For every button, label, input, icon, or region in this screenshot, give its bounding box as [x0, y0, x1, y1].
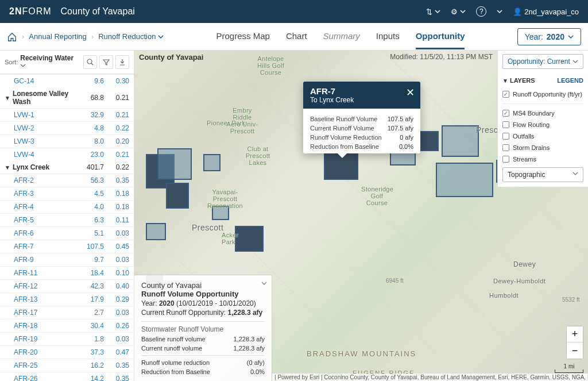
catchment-item[interactable]: AFR-56.30.11: [0, 213, 134, 226]
crumb-annual[interactable]: Annual Reporting: [29, 32, 86, 41]
catchment-item[interactable]: AFR-65.10.03: [0, 226, 134, 240]
map-label: Stoneridge Golf Course: [361, 186, 393, 206]
crumb-runoff[interactable]: Runoff Reduction: [98, 32, 164, 41]
popup-subtitle: To Lynx Creek: [310, 96, 413, 104]
svg-point-0: [87, 59, 92, 64]
sort-label: Sort:: [5, 59, 18, 66]
popup-row: Reduction from Baseline0.0%: [310, 142, 413, 151]
popup-row: Current Runoff Volume107.5 afy: [310, 124, 413, 133]
info-title: Runoff Volume Opportunity: [141, 290, 265, 298]
map-label: Yavapai-Prescott Reservation: [202, 188, 248, 209]
catchment-group[interactable]: ▼Lonesome Valley Wash68.80.21: [0, 87, 134, 108]
chevron-right-icon: ›: [22, 32, 24, 41]
filter-icon[interactable]: [99, 55, 113, 69]
home-icon[interactable]: [7, 32, 17, 42]
catchment-item[interactable]: AFR-7107.50.45: [0, 240, 134, 253]
breadcrumb: › Annual Reporting › Runoff Reduction: [7, 32, 164, 42]
zoom-out-button[interactable]: −: [567, 342, 583, 359]
tab-progress-map[interactable]: Progress Map: [216, 24, 270, 49]
tab-summary[interactable]: Summary: [323, 24, 360, 49]
tab-chart[interactable]: Chart: [286, 24, 307, 49]
catchment-item[interactable]: AFR-2037.30.47: [0, 345, 134, 359]
zoom-control: + −: [566, 326, 583, 359]
map-label: 5532 ft: [562, 297, 580, 303]
map-label: Dewey-Humboldt: [493, 278, 546, 284]
layer-outfalls[interactable]: Outfalls: [498, 130, 588, 142]
map-label: Embry Riddle Aero Univ-Prescott: [225, 107, 260, 134]
map-label: BRADSHAW MOUNTAINS: [307, 349, 416, 358]
user-menu[interactable]: 👤 2nd_yavapai_co: [513, 7, 579, 16]
map[interactable]: Prescott Prescott Valley Dewey Dewey-Hum…: [134, 51, 588, 381]
help-icon[interactable]: ?: [476, 6, 486, 17]
layer-runoff-opportunity[interactable]: Runoff Opportunity (ft/yr): [498, 88, 588, 100]
popup-row: Runoff Volume Reduction0 afy: [310, 133, 413, 142]
feature-popup: AFR-7 To Lynx Creek ✕ Baseline Runoff Vo…: [303, 82, 420, 153]
map-label: Prescott: [192, 223, 223, 232]
map-label: Acker Park: [222, 232, 242, 245]
map-attribution: | Powered by Esri | Coconino County, Cou…: [272, 374, 588, 381]
tab-opportunity[interactable]: Opportunity: [416, 24, 465, 49]
popup-title: AFR-7: [310, 86, 413, 96]
layer-flow-routing[interactable]: Flow Routing: [498, 119, 588, 130]
layer-streams[interactable]: Streams: [498, 153, 588, 165]
download-icon[interactable]: [115, 55, 129, 69]
layer-storm-drains[interactable]: Storm Drains: [498, 142, 588, 153]
info-section: Stormwater Runoff Volume: [141, 321, 265, 333]
sort-select[interactable]: Receiving Water: [20, 54, 81, 70]
catchment-item[interactable]: AFR-191.80.03: [0, 332, 134, 345]
chevron-down-icon: [568, 34, 574, 40]
catchment-item[interactable]: AFR-2516.20.35: [0, 359, 134, 372]
catchment-item[interactable]: AFR-44.00.18: [0, 200, 134, 213]
gear-icon[interactable]: ⚙: [451, 7, 466, 16]
info-panel: County of Yavapai Runoff Volume Opportun…: [134, 275, 272, 381]
logo: 2NFORM: [9, 6, 52, 17]
basemap-select[interactable]: Topographic: [502, 167, 583, 182]
info-year: Year: 2020 (10/01/2019 - 10/01/2020): [141, 299, 265, 307]
catchment-item[interactable]: LVW-24.80.22: [0, 121, 134, 134]
info-stat: Baseline runoff volume1,228.3 afy: [141, 336, 265, 342]
legend-button[interactable]: LEGEND: [557, 77, 583, 84]
popup-row: Baseline Runoff Volume107.5 afy: [310, 114, 413, 124]
chevron-down-icon: [572, 59, 578, 64]
catchment-item[interactable]: GC-149.60.30: [0, 74, 134, 87]
catchment-item[interactable]: AFR-1317.90.29: [0, 293, 134, 306]
catchment-group[interactable]: ▼Lynx Creek401.70.22: [0, 161, 134, 174]
catchment-item[interactable]: AFR-256.30.35: [0, 174, 134, 187]
catchment-item[interactable]: AFR-2614.20.35: [0, 372, 134, 381]
info-stat: Reduction from Baseline0.0%: [141, 368, 265, 375]
catchment-item[interactable]: LVW-132.90.21: [0, 108, 134, 121]
catchment-item[interactable]: LVW-38.00.20: [0, 134, 134, 148]
close-icon[interactable]: ✕: [406, 86, 415, 99]
chevron-down-icon[interactable]: [261, 280, 267, 288]
app-header: 2NFORM County of Yavapai ⇅ ⚙ ? 👤 2nd_yav…: [0, 0, 588, 23]
chevron-down-icon: [572, 171, 578, 176]
layer-ms4-boundary[interactable]: MS4 Boundary: [498, 107, 588, 119]
sub-header: › Annual Reporting › Runoff Reduction Pr…: [0, 23, 588, 51]
opportunity-select[interactable]: Opportunity: Current: [502, 54, 583, 69]
info-current: Current Runoff Opportunity: 1,228.3 afy: [141, 309, 265, 317]
tab-inputs[interactable]: Inputs: [376, 24, 400, 49]
catchment-item[interactable]: AFR-1830.40.26: [0, 319, 134, 332]
sidebar: Sort: Receiving Water GC-149.60.30▼Lones…: [0, 51, 134, 381]
map-label: 6945 ft: [386, 278, 404, 284]
layers-panel: Opportunity: Current ▼ LAYERS LEGEND Run…: [497, 51, 588, 187]
map-label: Club at Prescott Lakes: [243, 145, 272, 166]
catchment-item[interactable]: AFR-1118.40.10: [0, 266, 134, 279]
year-selector[interactable]: Year: 2020: [517, 28, 581, 45]
search-icon[interactable]: [83, 55, 97, 69]
catchment-item[interactable]: AFR-34.50.18: [0, 187, 134, 200]
layers-header[interactable]: ▼ LAYERS: [502, 77, 535, 84]
map-label: Humboldt: [489, 292, 519, 299]
catchment-item[interactable]: LVW-423.00.21: [0, 148, 134, 161]
info-stat: Current runoff volume1,228.3 afy: [141, 345, 265, 352]
zoom-in-button[interactable]: +: [567, 326, 583, 342]
chevron-right-icon: ›: [91, 32, 94, 41]
map-label: Dewey: [513, 260, 536, 268]
modified-label: Modified: 11/5/20, 11:13 PM MST: [390, 53, 493, 61]
user-icon: 👤: [513, 7, 522, 16]
tabs: Progress Map Chart Summary Inputs Opport…: [216, 24, 465, 49]
catchment-item[interactable]: AFR-1242.30.40: [0, 279, 134, 293]
catchment-item[interactable]: AFR-99.70.03: [0, 253, 134, 266]
catchment-item[interactable]: AFR-172.70.03: [0, 306, 134, 319]
sort-icon[interactable]: ⇅: [426, 7, 440, 16]
